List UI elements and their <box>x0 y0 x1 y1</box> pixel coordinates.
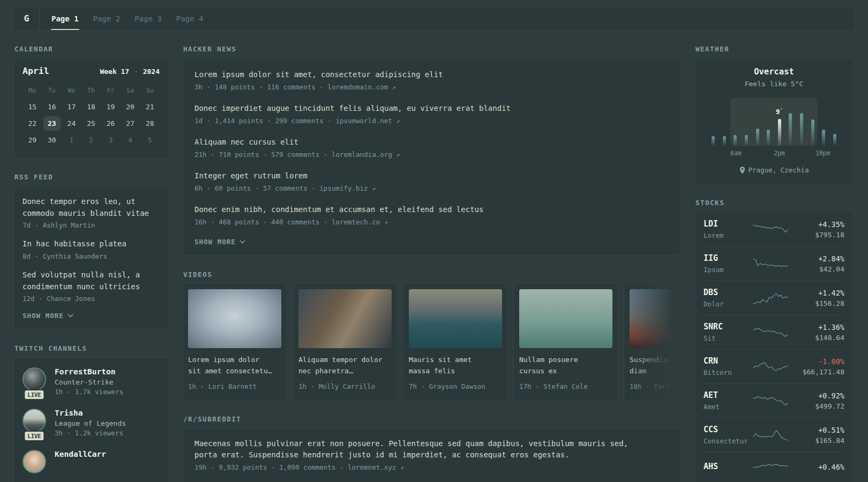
hn-item-domain[interactable]: loremlandia.org <box>332 150 392 159</box>
stock-row[interactable]: DBSDolor +1.42%$156.28 <box>704 281 844 315</box>
tab-page-4[interactable]: Page 4 <box>176 7 204 30</box>
stock-sparkline <box>753 324 788 341</box>
stock-price: $148.64 <box>815 333 844 343</box>
stocks-card: LDILorem +4.35%$795.18 IIGIpsum +2.84%$4… <box>694 212 854 482</box>
hn-item: Donec imperdiet augue tincidunt felis al… <box>194 103 668 125</box>
video-card[interactable]: Mauris sit amet massa felis 7h · Grayson… <box>403 283 508 401</box>
hn-item-title[interactable]: Lorem ipsum dolor sit amet, consectetur … <box>194 69 668 80</box>
video-thumbnail[interactable] <box>630 289 680 348</box>
video-thumbnail[interactable] <box>519 289 612 348</box>
hacker-news-widget-title: HACKER NEWS <box>183 45 679 53</box>
reddit-post-domain[interactable]: loremnet.xyz <box>348 463 396 471</box>
external-link-icon: ↗ <box>384 219 388 226</box>
calendar-weekday: Tu <box>48 87 56 94</box>
external-link-icon: ↗ <box>396 151 400 159</box>
tab-page-1[interactable]: Page 1 <box>51 7 79 30</box>
subreddit-widget-title: /R/SUBREDDIT <box>183 415 679 423</box>
video-card[interactable]: Aliquam tempor dolor nec pharetra… 1h · … <box>293 283 398 401</box>
hn-item-domain[interactable]: loremtech.co <box>332 218 380 226</box>
weather-time-label: 2pm <box>774 149 785 157</box>
hn-item-domain[interactable]: loremdomain.com <box>327 83 388 91</box>
twitch-widget-title: TWITCH CHANNELS <box>14 344 168 352</box>
chevron-down-icon <box>68 314 73 318</box>
stock-change: +1.36% <box>815 322 844 332</box>
video-thumbnail[interactable] <box>409 289 502 348</box>
reddit-post-title[interactable]: Maecenas mollis pulvinar erat non posuer… <box>194 438 668 461</box>
channel-viewers: 1h · 1.7k viewers <box>55 388 123 396</box>
video-thumbnail[interactable] <box>188 289 281 348</box>
show-more-button[interactable]: SHOW MORE <box>194 238 668 246</box>
weather-time-label: 10pm <box>815 149 830 157</box>
calendar-day: 21 <box>141 99 159 115</box>
channel-name[interactable]: KendallCarr <box>55 450 106 458</box>
calendar-day: 2 <box>83 132 100 148</box>
hn-item-title[interactable]: Aliquam nec cursus elit <box>194 137 668 148</box>
weather-bar <box>811 119 814 146</box>
hn-item-domain[interactable]: ipsumworld.net <box>335 117 392 125</box>
stock-sparkline <box>753 255 788 273</box>
page-tabs: Page 1 Page 2 Page 3 Page 4 <box>51 7 204 30</box>
tab-page-3[interactable]: Page 3 <box>134 7 162 30</box>
video-thumbnail[interactable] <box>298 289 392 348</box>
calendar-day: 3 <box>102 132 119 148</box>
hn-item-meta: 16h · 468 points · 440 comments · loremt… <box>194 218 668 226</box>
calendar-month: April <box>23 66 49 76</box>
calendar-day: 16 <box>43 99 61 115</box>
video-title[interactable]: Nullam posuere cursus ex <box>519 355 612 377</box>
tab-page-2[interactable]: Page 2 <box>93 7 121 30</box>
stock-row[interactable]: AETAmet +0.92%$499.72 <box>704 383 844 418</box>
calendar-day: 27 <box>122 115 139 132</box>
hn-item-title[interactable]: Donec enim nibh, condimentum et accumsan… <box>194 204 668 215</box>
video-title[interactable]: Suspendisse diam <box>630 355 680 377</box>
video-meta: 1h · Molly Carrillo <box>298 382 392 390</box>
video-title[interactable]: Lorem ipsum dolor sit amet consectetu… <box>188 355 281 377</box>
channel-avatar <box>23 450 46 473</box>
stock-row[interactable]: AHS +0.46% <box>704 452 844 482</box>
stock-symbol: SNRC <box>704 322 753 332</box>
channel-name[interactable]: ForrestBurton <box>55 367 123 376</box>
app-logo[interactable]: G <box>14 7 39 30</box>
video-title[interactable]: Mauris sit amet massa felis <box>409 355 502 377</box>
weather-bars <box>709 112 839 146</box>
rss-item-title[interactable]: In hac habitasse platea <box>23 238 160 250</box>
stock-row[interactable]: CRNBitcorn -1.00%$66,171.48 <box>704 349 844 383</box>
hn-item-title[interactable]: Integer eget rutrum lorem <box>194 170 668 182</box>
video-card[interactable]: Lorem ipsum dolor sit amet consectetu… 1… <box>182 283 287 401</box>
hn-item-domain[interactable]: ipsumify.biz <box>319 184 368 192</box>
stocks-widget-title: STOCKS <box>695 199 852 207</box>
chevron-down-icon <box>240 240 245 244</box>
weather-location: Prague, Czechia <box>708 166 840 174</box>
weather-bar <box>767 130 770 146</box>
hn-item-title[interactable]: Donec imperdiet augue tincidunt felis al… <box>194 103 668 114</box>
stock-row[interactable]: IIGIpsum +2.84%$42.04 <box>704 246 844 281</box>
video-title[interactable]: Aliquam tempor dolor nec pharetra… <box>298 355 392 377</box>
video-card[interactable]: Suspendisse diam 18h · Tara <box>624 283 680 401</box>
twitch-channel-row[interactable]: LIVE ForrestBurton Counter-Strike 1h · 1… <box>23 367 160 396</box>
stock-row[interactable]: LDILorem +4.35%$795.18 <box>704 213 844 246</box>
weather-bar <box>756 129 759 146</box>
calendar-day: 5 <box>141 132 159 148</box>
hn-item: Donec enim nibh, condimentum et accumsan… <box>194 204 668 226</box>
stock-row[interactable]: SNRCSit +1.36%$148.64 <box>704 315 844 349</box>
stock-name: Consectetur <box>704 436 753 446</box>
weather-temp-label: 9° <box>776 107 783 116</box>
avatar: LIVE <box>23 367 46 396</box>
calendar-widget-title: CALENDAR <box>14 45 168 53</box>
twitch-channel-row[interactable]: KendallCarr <box>23 450 160 473</box>
stock-change: +0.92% <box>815 391 844 401</box>
rss-item-title[interactable]: Donec tempor eros leo, ut commodo mauris… <box>23 196 160 219</box>
video-meta: 18h · Tara <box>630 382 680 390</box>
rss-item-title[interactable]: Sed volutpat nulla nisl, a condimentum n… <box>23 269 160 292</box>
channel-name[interactable]: Trisha <box>55 409 126 417</box>
stock-row[interactable]: CCSConsectetur +0.51%$165.84 <box>704 418 844 452</box>
video-card[interactable]: Nullam posuere cursus ex 17h · Stefan Co… <box>513 283 618 401</box>
show-more-button[interactable]: SHOW MORE <box>23 312 160 320</box>
external-link-icon: ↗ <box>400 464 404 471</box>
reddit-post: Maecenas mollis pulvinar erat non posuer… <box>194 438 668 471</box>
calendar-day: 26 <box>102 115 119 132</box>
twitch-channel-row[interactable]: LIVE Trisha League of Legends 3h · 1.2k … <box>23 409 160 437</box>
stock-symbol: CRN <box>704 356 753 366</box>
rss-item-meta: 7d · Ashlyn Martin <box>23 221 160 229</box>
location-pin-icon <box>739 167 745 174</box>
calendar-weekday: Su <box>146 87 154 94</box>
